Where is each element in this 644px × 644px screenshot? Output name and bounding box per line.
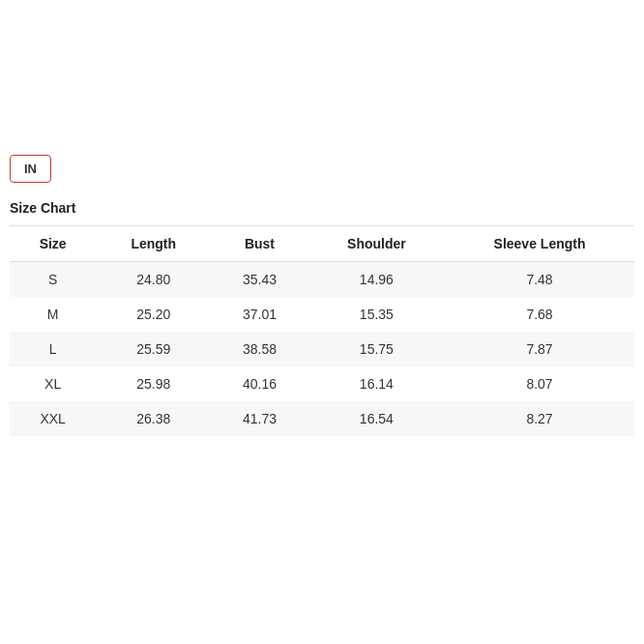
column-header: Shoulder [308,226,445,262]
table-row: XXL26.3841.7316.548.27 [10,401,634,436]
unit-toggle-button[interactable]: IN [10,155,51,183]
table-cell: 40.16 [211,366,307,401]
table-cell: 7.87 [445,332,634,366]
table-cell: 8.07 [445,366,634,401]
table-cell: 16.54 [308,401,445,436]
table-cell: 25.20 [96,297,211,332]
table-cell: 35.43 [211,262,307,298]
column-header: Length [96,226,211,262]
column-header: Size [10,226,96,262]
table-cell: 38.58 [211,332,307,366]
table-cell: 15.35 [308,297,445,332]
table-row: S24.8035.4314.967.48 [10,262,634,298]
table-cell: XL [10,366,96,401]
size-chart-title: Size Chart [10,200,75,216]
table-cell: 24.80 [96,262,211,298]
table-cell: 8.27 [445,401,634,436]
table-row: XL25.9840.1616.148.07 [10,366,634,401]
column-header: Sleeve Length [445,226,634,262]
table-cell: 37.01 [211,297,307,332]
table-cell: S [10,262,96,298]
size-chart-table: SizeLengthBustShoulderSleeve Length S24.… [10,225,634,436]
table-cell: L [10,332,96,366]
table-cell: 25.98 [96,366,211,401]
table-row: L25.5938.5815.757.87 [10,332,634,366]
table-cell: 15.75 [308,332,445,366]
table-cell: 25.59 [96,332,211,366]
table-cell: 7.68 [445,297,634,332]
column-header: Bust [211,226,307,262]
table-row: M25.2037.0115.357.68 [10,297,634,332]
table-cell: 26.38 [96,401,211,436]
table-cell: 41.73 [211,401,307,436]
unit-label: IN [24,161,37,176]
table-cell: 14.96 [308,262,445,298]
table-cell: M [10,297,96,332]
table-cell: 7.48 [445,262,634,298]
table-cell: XXL [10,401,96,436]
table-cell: 16.14 [308,366,445,401]
table-header-row: SizeLengthBustShoulderSleeve Length [10,226,634,262]
